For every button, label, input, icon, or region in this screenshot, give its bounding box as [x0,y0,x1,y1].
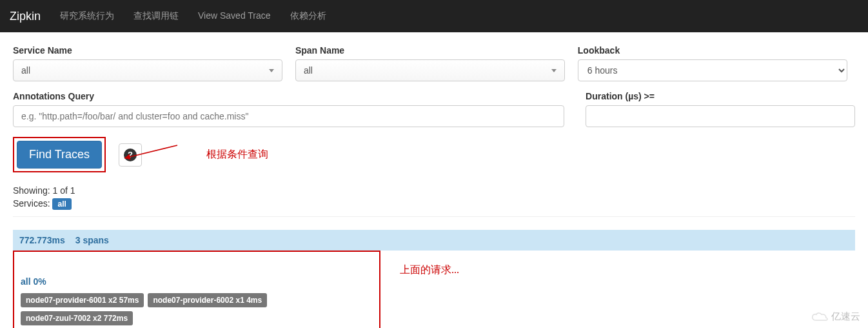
trace-spans: 3 spans [75,235,109,245]
showing-prefix: Showing: [13,185,52,196]
showing-of: of [57,185,70,196]
nav-item-dependency[interactable]: 依赖分析 [290,10,326,21]
nav-list: 研究系统行为 查找调用链 View Saved Trace 依赖分析 [50,1,336,32]
nav-item-find-trace[interactable]: 查找调用链 [133,10,179,21]
trace-subline: all 0% [19,271,374,292]
action-row: Find Traces ? 根据条件查询 [13,137,855,172]
form-row-1: Service Name all Span Name all Lookback … [13,45,855,81]
arrow-icon [119,140,184,166]
main-container: Service Name all Span Name all Lookback … [0,32,868,328]
services-badge[interactable]: all [52,198,71,210]
lookback-label: Lookback [578,45,847,56]
annotations-group: Annotations Query [13,91,564,127]
nav-item-saved-trace[interactable]: View Saved Trace [198,10,271,21]
trace-badge[interactable]: node07-zuul-7002 x2 772ms [21,311,133,325]
form-row-2: Annotations Query Duration (µs) >= [13,91,855,127]
service-name-label: Service Name [13,45,282,56]
annotation-box-find: Find Traces [13,137,106,172]
showing-line: Showing: 1 of 1 [13,185,855,196]
service-name-group: Service Name all [13,45,282,81]
services-line: Services: all [13,198,855,209]
showing-total: 1 [70,185,75,196]
lookback-group: Lookback 6 hours [578,45,847,81]
duration-input[interactable] [586,105,855,127]
caret-down-icon [551,69,557,72]
results-wrap: all 0% node07-provider-6001 x2 57ms node… [13,251,855,328]
service-name-select[interactable]: all [13,59,282,81]
annotation-query-hint: 根据条件查询 [206,148,268,161]
find-traces-button[interactable]: Find Traces [17,141,102,169]
annotations-input[interactable] [13,105,564,127]
trace-badge[interactable]: node07-provider-6002 x1 4ms [148,293,267,307]
span-name-label: Span Name [295,45,565,56]
duration-label: Duration (µs) >= [586,91,855,101]
trace-duration: 772.773ms [19,235,65,245]
annotation-box-results: all 0% node07-provider-6001 x2 57ms node… [13,251,380,328]
divider [13,216,855,217]
services-prefix: Services: [13,198,52,209]
brand-link[interactable]: Zipkin [10,10,41,23]
trace-badge[interactable]: node07-provider-6001 x2 57ms [21,293,144,307]
watermark-text: 亿速云 [831,311,860,323]
span-name-group: Span Name all [295,45,565,81]
annotations-label: Annotations Query [13,91,564,101]
svg-line-0 [124,145,177,158]
cloud-icon [811,311,829,323]
watermark: 亿速云 [811,311,860,323]
lookback-select[interactable]: 6 hours [578,59,847,81]
trace-header[interactable]: 772.773ms 3 spans [13,230,855,251]
navbar: Zipkin 研究系统行为 查找调用链 View Saved Trace 依赖分… [0,0,868,32]
service-name-value: all [21,65,30,76]
annotation-request-hint: 上面的请求... [400,263,459,277]
trace-badges-row: node07-provider-6001 x2 57ms node07-prov… [19,292,374,327]
span-name-value: all [304,65,313,76]
caret-down-icon [269,69,274,72]
duration-group: Duration (µs) >= [586,91,855,127]
nav-item-behavior[interactable]: 研究系统行为 [60,10,114,21]
span-name-select[interactable]: all [295,59,565,81]
